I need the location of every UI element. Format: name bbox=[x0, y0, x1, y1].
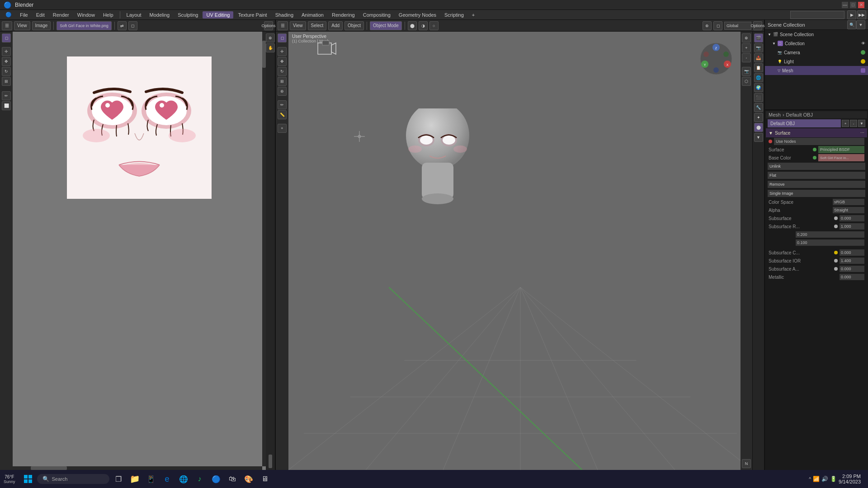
vp-tool-rotate[interactable]: ↻ bbox=[278, 67, 287, 76]
menu-texture-paint[interactable]: Texture Paint bbox=[234, 11, 270, 19]
menu-scripting[interactable]: Scripting bbox=[441, 11, 467, 19]
uv-tool-select[interactable]: ◻ bbox=[2, 33, 11, 42]
render-btn[interactable]: ▶ bbox=[847, 10, 856, 19]
outliner-light[interactable]: 💡 Light bbox=[765, 57, 868, 66]
uv-select-mode[interactable]: ◻ bbox=[128, 21, 137, 30]
vp-tool-transform[interactable]: ⊛ bbox=[278, 87, 287, 96]
vp-tool-grab[interactable]: ✥ bbox=[278, 57, 287, 66]
menu-file[interactable]: File bbox=[16, 11, 32, 19]
vp-xray[interactable]: ◻ bbox=[713, 21, 722, 30]
uv-scrollbar-h[interactable] bbox=[13, 466, 262, 470]
object-props-icon[interactable]: ⬛ bbox=[754, 93, 763, 102]
mat-browse-btn[interactable]: ▼ bbox=[858, 120, 865, 127]
use-nodes-btn[interactable]: Use Nodes bbox=[774, 138, 864, 145]
vp-tool-scale[interactable]: ⊞ bbox=[278, 77, 287, 86]
vp-cam-local[interactable]: 📷 bbox=[742, 67, 751, 76]
menu-sculpting[interactable]: Sculpting bbox=[174, 11, 202, 19]
surface-section-header[interactable]: ▼ Surface ⋯ bbox=[766, 128, 867, 137]
taskbar-blender[interactable]: 🔵 bbox=[209, 472, 223, 486]
uv-header-toggle[interactable]: ☰ bbox=[2, 21, 12, 30]
uv-drag[interactable]: ✋ bbox=[266, 43, 275, 52]
subsurface-value[interactable]: 0.000 bbox=[840, 215, 864, 221]
uv-tool-cursor[interactable]: ✛ bbox=[2, 47, 11, 56]
collection-visibility[interactable]: 👁 bbox=[861, 41, 865, 46]
metallic-value[interactable]: 0.000 bbox=[840, 274, 864, 280]
base-color-value[interactable]: Soft Girl Face in... bbox=[818, 154, 864, 161]
vp-persp-ortho[interactable]: ⬡ bbox=[742, 77, 751, 86]
taskbar-phone[interactable]: 📱 bbox=[144, 472, 158, 486]
maximize-button[interactable]: □ bbox=[850, 2, 856, 8]
menu-geometry-nodes[interactable]: Geometry Nodes bbox=[395, 11, 440, 19]
task-view-button[interactable]: ❐ bbox=[111, 472, 126, 486]
world-props-icon[interactable]: 🌍 bbox=[754, 83, 763, 92]
vp-view-selected[interactable]: ⊕ bbox=[742, 33, 751, 42]
vp-material-mode[interactable]: ◑ bbox=[419, 21, 428, 30]
vp-tool-add[interactable]: + bbox=[278, 124, 287, 133]
menu-shading[interactable]: Shading bbox=[272, 11, 297, 19]
vp-tool-select[interactable]: ◻ bbox=[278, 33, 287, 42]
subsurface-ior-value[interactable]: 1.400 bbox=[840, 258, 864, 264]
output-props-icon[interactable]: 📤 bbox=[754, 53, 763, 62]
subsurface-a-value[interactable]: 0.000 bbox=[840, 266, 864, 272]
uv-scrollbar-v[interactable] bbox=[262, 32, 266, 466]
uv-options[interactable]: Options bbox=[264, 21, 273, 30]
uv-tool-rotate[interactable]: ↻ bbox=[2, 67, 11, 76]
navigation-gizmo[interactable]: Z X Y bbox=[698, 41, 734, 78]
tray-chevron[interactable]: ^ bbox=[809, 477, 811, 482]
vp-tool-annotate[interactable]: ✏ bbox=[278, 100, 287, 109]
material-props-icon[interactable]: ⬤ bbox=[754, 123, 763, 132]
vp-overlays[interactable]: ⊕ bbox=[703, 21, 712, 30]
uv-image-menu[interactable]: Image bbox=[32, 21, 51, 30]
vp-zoom-out[interactable]: - bbox=[742, 53, 751, 62]
uv-view-menu[interactable]: View bbox=[14, 21, 30, 30]
outliner-mesh[interactable]: ▽ Mesh bbox=[765, 66, 868, 75]
uv-mode-selector[interactable]: Soft Girl Face in White.png bbox=[57, 21, 112, 30]
tray-network[interactable]: 📶 bbox=[813, 476, 820, 482]
modifier-props-icon[interactable]: 🔧 bbox=[754, 103, 763, 112]
start-button[interactable] bbox=[21, 472, 35, 486]
menu-uv-editing[interactable]: UV Editing bbox=[203, 11, 233, 19]
material-name-field[interactable]: Default OBJ bbox=[768, 119, 841, 127]
taskbar-chrome[interactable]: 🌐 bbox=[176, 472, 191, 486]
uv-tool-box[interactable]: ⬜ bbox=[2, 101, 11, 110]
menu-animation[interactable]: Animation bbox=[298, 11, 327, 19]
subsurface-r-value[interactable]: 1.000 bbox=[840, 223, 864, 230]
menu-add-workspace[interactable]: + bbox=[468, 11, 478, 19]
vp-solid-mode[interactable]: ⬤ bbox=[408, 21, 417, 30]
surface-options[interactable]: ⋯ bbox=[860, 131, 864, 135]
remove-btn[interactable]: Remove bbox=[768, 181, 865, 188]
scene-props-icon2[interactable]: 🌐 bbox=[754, 73, 763, 82]
tray-battery[interactable]: 🔋 bbox=[830, 476, 837, 482]
taskbar-edge[interactable]: e bbox=[160, 472, 175, 486]
vp-global-local[interactable]: Global bbox=[724, 22, 751, 30]
outliner-search[interactable]: 🔍 bbox=[847, 20, 856, 29]
vp-tool-cursor[interactable]: ✛ bbox=[278, 47, 287, 56]
vp-options[interactable]: Options bbox=[753, 21, 762, 30]
vp-zoom-in[interactable]: + bbox=[742, 43, 751, 52]
outliner-scene-collection[interactable]: ▼ 🎬 Scene Collection bbox=[765, 30, 868, 39]
clock-widget[interactable]: 2:09 PM 9/14/2023 bbox=[839, 474, 861, 484]
render-props-icon[interactable]: 📷 bbox=[754, 43, 763, 52]
view-layer-props-icon[interactable]: 📋 bbox=[754, 63, 763, 72]
outliner-filter[interactable]: ▼ bbox=[856, 20, 865, 29]
mat-add-btn[interactable]: + bbox=[842, 120, 849, 127]
search-bar[interactable]: 🔍 Search bbox=[37, 474, 109, 484]
vp-rendered-mode[interactable]: ○ bbox=[429, 21, 439, 30]
subsurface-c-value[interactable]: 0.000 bbox=[840, 249, 864, 256]
uv-sync-btn[interactable]: ⇄ bbox=[118, 21, 127, 30]
single-image-btn[interactable]: Single Image bbox=[768, 190, 865, 197]
particle-props-icon[interactable]: ✦ bbox=[754, 113, 763, 122]
menu-rendering[interactable]: Rendering bbox=[328, 11, 359, 19]
menu-blender[interactable]: 🔵 bbox=[2, 11, 15, 19]
taskbar-paint[interactable]: 🎨 bbox=[241, 472, 256, 486]
taskbar-store[interactable]: 🛍 bbox=[225, 472, 240, 486]
color-space-selector[interactable]: sRGB bbox=[833, 199, 864, 205]
taskbar-explorer[interactable]: 📁 bbox=[127, 472, 142, 486]
uv-right-scroll[interactable] bbox=[269, 455, 272, 468]
menu-layout[interactable]: Layout bbox=[123, 11, 145, 19]
taskbar-misc[interactable]: 🖥 bbox=[258, 472, 272, 486]
menu-modeling[interactable]: Modeling bbox=[146, 11, 174, 19]
vp-object-menu[interactable]: Object bbox=[344, 21, 364, 30]
menu-render[interactable]: Render bbox=[49, 11, 73, 19]
uv-tool-scale[interactable]: ⊞ bbox=[2, 77, 11, 86]
